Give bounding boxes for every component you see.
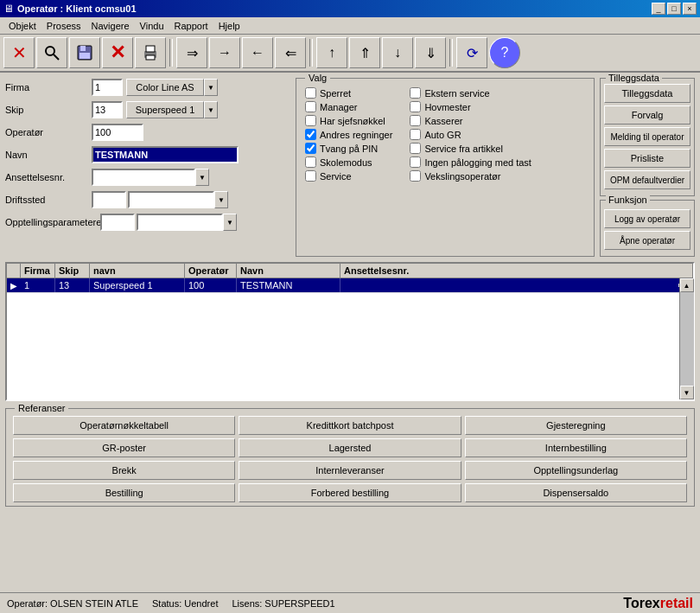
ref-kredittkort[interactable]: Kredittkort batchpost bbox=[239, 416, 461, 435]
ansettelse-dropdown[interactable]: ▼ bbox=[195, 169, 209, 186]
operator-input[interactable] bbox=[92, 124, 143, 141]
cb-autogr-input[interactable] bbox=[410, 129, 421, 140]
apne-operator-button[interactable]: Åpne operatør bbox=[604, 231, 690, 250]
search-button[interactable] bbox=[36, 37, 67, 68]
valg-title: Valg bbox=[305, 73, 330, 83]
td-skip: 13 bbox=[55, 278, 90, 292]
ref-lagersted[interactable]: Lagersted bbox=[239, 438, 461, 457]
prev-start-button[interactable]: ⇐ bbox=[275, 37, 306, 68]
skip-row: Skip Superspeed 1 ▼ bbox=[5, 100, 290, 119]
cb-veksling-input[interactable] bbox=[410, 170, 421, 182]
cb-tvang-label: Tvang på PIN bbox=[320, 144, 378, 154]
driftssted-input2[interactable] bbox=[128, 191, 214, 208]
print-button[interactable] bbox=[135, 37, 166, 68]
ref-bestilling[interactable]: Bestilling bbox=[13, 483, 235, 502]
forvalg-button[interactable]: Forvalg bbox=[604, 105, 690, 125]
table-body: ▶ 1 13 Superspeed 1 100 TESTMANN ▲ ▼ bbox=[7, 278, 693, 399]
cb-sperret-input[interactable] bbox=[305, 87, 316, 99]
close-button[interactable]: × bbox=[683, 3, 697, 15]
svg-rect-6 bbox=[146, 46, 155, 52]
cb-andres-input[interactable] bbox=[305, 129, 316, 140]
firma-input[interactable] bbox=[92, 79, 123, 96]
menu-hjelp[interactable]: Hjelp bbox=[213, 19, 245, 33]
ref-dispensersaldo[interactable]: Dispensersaldo bbox=[465, 483, 687, 502]
menu-objekt[interactable]: Objekt bbox=[3, 19, 41, 33]
save-button[interactable] bbox=[69, 37, 100, 68]
table-scrollbar[interactable]: ▲ ▼ bbox=[679, 278, 693, 399]
cb-skole-input[interactable] bbox=[305, 156, 316, 168]
funksjon-title: Funksjon bbox=[606, 195, 650, 205]
tilleggsdata-button[interactable]: Tilleggsdata bbox=[604, 84, 690, 103]
next-end-button[interactable]: ⇒ bbox=[176, 37, 207, 68]
ansettelse-label: Ansettelsesnr. bbox=[5, 172, 92, 182]
menu-rapport[interactable]: Rapport bbox=[169, 19, 213, 33]
th-navn: navn bbox=[90, 264, 185, 278]
melding-button[interactable]: Melding til operator bbox=[604, 127, 690, 146]
cb-skole: Skolemodus bbox=[305, 156, 392, 168]
table-row[interactable]: ▶ 1 13 Superspeed 1 100 TESTMANN bbox=[7, 278, 679, 293]
driftssted-input[interactable] bbox=[92, 191, 126, 208]
minimize-button[interactable]: _ bbox=[652, 3, 665, 15]
delete-button[interactable]: ✕ bbox=[102, 37, 133, 68]
refresh-button[interactable]: ⟳ bbox=[456, 37, 487, 68]
ref-internbestilling[interactable]: Internbestilling bbox=[465, 438, 687, 457]
cb-tvang-input[interactable] bbox=[305, 143, 316, 154]
firma-name-button[interactable]: Color Line AS bbox=[126, 79, 204, 96]
driftssted-dropdown[interactable]: ▼ bbox=[214, 191, 228, 208]
menu-vindu[interactable]: Vindu bbox=[135, 19, 169, 33]
td-firma: 1 bbox=[21, 278, 55, 292]
cb-hovmester-input[interactable] bbox=[410, 101, 421, 112]
scroll-down-button[interactable]: ↓ bbox=[382, 37, 413, 68]
ref-gjesteregning[interactable]: Gjesteregning bbox=[465, 416, 687, 435]
ref-internleveranser[interactable]: Internleveranser bbox=[239, 461, 461, 480]
skip-name-button[interactable]: Superspeed 1 bbox=[126, 101, 204, 118]
cb-ingenpa-input[interactable] bbox=[410, 156, 421, 168]
prev-button[interactable]: ← bbox=[242, 37, 273, 68]
menu-prosess[interactable]: Prosess bbox=[41, 19, 86, 33]
scroll-up-button[interactable]: ↑ bbox=[316, 37, 347, 68]
th-arrow bbox=[7, 264, 21, 278]
cb-ekstern-input[interactable] bbox=[410, 87, 421, 99]
scroll-up-arrow[interactable]: ▲ bbox=[680, 278, 694, 292]
navn-input[interactable] bbox=[92, 146, 239, 163]
scroll-down-arrow[interactable]: ▼ bbox=[680, 386, 694, 399]
menu-navigere[interactable]: Navigere bbox=[86, 19, 135, 33]
ref-forbered[interactable]: Forbered bestilling bbox=[239, 483, 461, 502]
window-title: Operatør : Klient ocmsu01 bbox=[17, 3, 137, 14]
opptellings-dropdown[interactable]: ▼ bbox=[223, 214, 237, 231]
td-navn: Superspeed 1 bbox=[90, 278, 185, 292]
cb-hovmester: Hovmester bbox=[410, 101, 531, 112]
opptellings-input2[interactable] bbox=[137, 214, 223, 231]
firma-dropdown[interactable]: ▼ bbox=[204, 79, 218, 96]
cb-kasserer-input[interactable] bbox=[410, 115, 421, 126]
cb-sjef: Har sjefsnøkkel bbox=[305, 115, 392, 126]
exit-button[interactable]: ✕ bbox=[3, 37, 35, 68]
ansettelse-input[interactable] bbox=[92, 169, 195, 186]
cb-manager-input[interactable] bbox=[305, 101, 316, 112]
ref-opptellingsunderlag[interactable]: Opptellingsunderlag bbox=[465, 461, 687, 480]
scroll-up2-button[interactable]: ⇑ bbox=[349, 37, 380, 68]
cb-sperret: Sperret bbox=[305, 87, 392, 99]
scroll-down2-button[interactable]: ⇓ bbox=[415, 37, 446, 68]
window-controls[interactable]: _ □ × bbox=[652, 3, 697, 15]
cb-sjef-label: Har sjefsnøkkel bbox=[320, 116, 385, 126]
ref-brekk[interactable]: Brekk bbox=[13, 461, 235, 480]
svg-line-1 bbox=[54, 54, 59, 60]
opptellings-label: Opptellingsparametere bbox=[5, 217, 100, 227]
skip-dropdown[interactable]: ▼ bbox=[204, 101, 218, 118]
opptellings-input[interactable] bbox=[100, 214, 135, 231]
funksjon-group: Funksjon Logg av operatør Åpne operatør bbox=[600, 200, 695, 257]
opm-button[interactable]: OPM defaultverdier bbox=[604, 170, 690, 189]
prisliste-button[interactable]: Prisliste bbox=[604, 149, 690, 168]
skip-input[interactable] bbox=[92, 101, 123, 118]
cb-sjef-input[interactable] bbox=[305, 115, 316, 126]
cb-serviceartikkel-input[interactable] bbox=[410, 143, 421, 154]
operator-label: Operatør bbox=[5, 127, 92, 137]
next-button[interactable]: → bbox=[209, 37, 240, 68]
cb-service-input[interactable] bbox=[305, 170, 316, 182]
maximize-button[interactable]: □ bbox=[667, 3, 681, 15]
ref-operatornokkel[interactable]: Operatørnøkkeltabell bbox=[13, 416, 235, 435]
ref-grposter[interactable]: GR-poster bbox=[13, 438, 235, 457]
help-button[interactable]: ? bbox=[489, 37, 520, 68]
logg-av-button[interactable]: Logg av operatør bbox=[604, 209, 690, 228]
